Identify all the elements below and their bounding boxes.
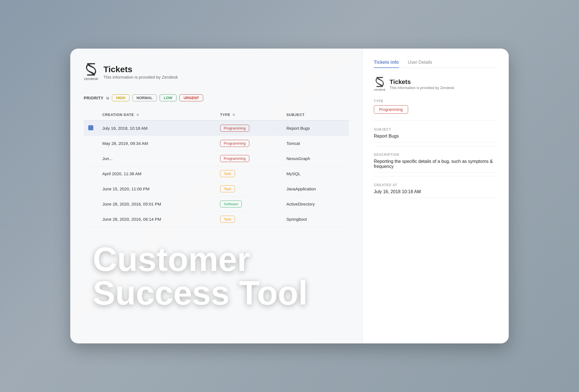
cell-type: Task [216,166,282,181]
table-row[interactable]: June 15, 2020, 11:00 PM Task JavaApplica… [84,181,349,197]
col-subject[interactable]: SUBJECT [282,109,349,120]
badge-urgent[interactable]: URGENT [179,94,203,101]
type-badge-software: Software [220,200,242,208]
cell-type: Programming [216,151,282,166]
cell-type: Task [216,181,282,197]
badge-normal[interactable]: NORMAL [132,94,157,101]
detail-subject-label: SUBJECT [374,127,497,131]
cell-subject: ActiveDirectory [282,197,349,212]
zendesk-label-left: zendesk [84,77,98,81]
cell-date: June 28, 2020, 2016, 06:14 PM [98,212,216,227]
divider [374,146,497,146]
overlay-text: Customer Success Tool [93,242,308,310]
row-indicator-cell [84,151,98,166]
row-indicator-cell [84,120,98,136]
detail-type-section: TYPE Programming [374,99,497,121]
zendesk-logo: zendesk [84,63,98,81]
detail-subject-section: SUBJECT Report Bugs [374,127,497,146]
cell-type: Programming [216,120,282,136]
detail-description-label: DESCRIPTION [374,153,497,157]
detail-created-label: CREATED AT [374,183,497,187]
cell-subject: Report Bugs [282,120,349,136]
row-selected-indicator [88,125,93,130]
cell-date: April 2020, 11:38 AM [98,166,216,181]
type-badge-task: Task [220,170,235,177]
table-row[interactable]: June 28, 2020, 2016, 06:14 PM Task Sprin… [84,212,349,227]
detail-created-section: CREATED AT July 16, 2018 10:18 AM [374,183,497,198]
app-title-block: Tickets This information is provided by … [103,65,178,79]
sort-icon-date: ⇅ [136,113,139,117]
row-indicator-cell [84,181,98,197]
type-badge-programming: Programming [220,140,249,147]
app-title: Tickets [103,65,178,74]
tab-tickets-info[interactable]: Tickets info [374,60,399,68]
priority-filter-row: PRIORITY is HIGH NORMAL LOW URGENT [84,94,349,101]
cell-date: June 28, 2020, 2016, 05:01 PM [98,197,216,212]
detail-description-value: Reporting the specific details of a bug,… [374,159,497,173]
cell-subject: JavaApplication [282,181,349,197]
cell-date: May 28, 2019, 09:34 AM [98,136,216,151]
detail-subject-value: Report Bugs [374,134,497,142]
row-indicator-cell [84,136,98,151]
detail-created-value: July 16, 2018 10:18 AM [374,189,497,198]
row-indicator-cell [84,166,98,181]
type-badge-programming: Programming [220,125,249,132]
right-title-block: Tickets This information is provided by … [390,78,454,90]
badge-low[interactable]: LOW [160,94,177,101]
cell-subject: Springboot [282,212,349,227]
table-row[interactable]: Jun... Programming NexusGraph [84,151,349,166]
row-indicator-cell [84,197,98,212]
table-header: CREATION DATE ⇅ TYPE ⇅ SUBJECT [84,109,349,120]
table-body: July 16, 2018, 10:18 AM Programming Repo… [84,120,349,227]
ticket-table: CREATION DATE ⇅ TYPE ⇅ SUBJECT July 16, … [84,109,349,227]
cell-date: Jun... [98,151,216,166]
app-subtitle: This information is provided by Zendesk [103,75,178,79]
table-row[interactable]: July 16, 2018, 10:18 AM Programming Repo… [84,120,349,136]
table-row[interactable]: May 28, 2019, 09:34 AM Programming Tomca… [84,136,349,151]
type-badge-task: Task [220,185,235,192]
badge-high[interactable]: HIGH [112,94,130,101]
tab-user-details[interactable]: User Details [408,60,432,68]
zendesk-z-icon [84,63,98,76]
cell-type: Programming [216,136,282,151]
right-zendesk-label: zendesk [374,88,386,91]
right-zendesk-logo: zendesk [374,77,386,91]
overlay-line2: Success Tool [93,276,308,310]
app-header: zendesk Tickets This information is prov… [84,63,349,81]
divider [374,120,497,121]
overlay-line1: Customer [93,242,308,276]
right-zendesk-z-icon [374,77,386,87]
right-app-title: Tickets [390,78,454,86]
table-row[interactable]: June 28, 2020, 2016, 05:01 PM Software A… [84,197,349,212]
priority-is-text: is [106,96,109,100]
right-app-header: zendesk Tickets This information is prov… [374,77,497,91]
sort-icon-type: ⇅ [232,113,235,117]
col-indicator [84,109,98,120]
cell-subject: MySQL [282,166,349,181]
right-panel: Tickets info User Details zendesk Ticket… [363,49,509,343]
cell-type: Task [216,212,282,227]
cell-date: June 15, 2020, 11:00 PM [98,181,216,197]
row-indicator-cell [84,212,98,227]
type-badge-programming: Programming [220,155,249,162]
divider [374,176,497,176]
right-app-subtitle: This information is provided by Zendesk [390,86,454,90]
detail-description-section: DESCRIPTION Reporting the specific detai… [374,153,497,176]
cell-type: Software [216,197,282,212]
cell-date: July 16, 2018, 10:18 AM [98,120,216,136]
detail-type-value: Programming [374,105,408,114]
table-row[interactable]: April 2020, 11:38 AM Task MySQL [84,166,349,181]
priority-label: PRIORITY [84,96,103,100]
cell-subject: Tomcat [282,136,349,151]
detail-type-label: TYPE [374,99,497,103]
cell-subject: NexusGraph [282,151,349,166]
type-badge-task: Task [220,216,235,223]
col-type[interactable]: TYPE ⇅ [216,109,282,120]
col-creation-date[interactable]: CREATION DATE ⇅ [98,109,216,120]
tabs-row: Tickets info User Details [374,60,497,68]
